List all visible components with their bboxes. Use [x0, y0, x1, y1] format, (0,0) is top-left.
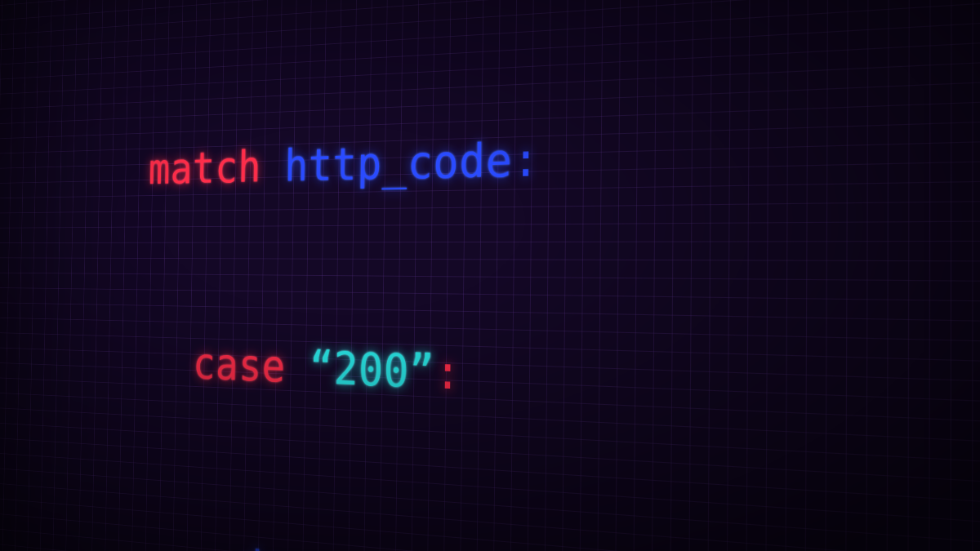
code-panel: match http_code: case “200”: do_somethin… — [0, 0, 980, 551]
perspective-scene: match http_code: case “200”: do_somethin… — [0, 0, 980, 551]
code-line-3: do_something_good() — [140, 524, 751, 551]
colon: : — [512, 132, 540, 187]
colon: : — [434, 345, 461, 400]
identifier-subject: http_code — [284, 133, 513, 191]
code-block: match http_code: case “200”: do_somethin… — [123, 0, 755, 551]
function-call: do_something_good() — [238, 540, 751, 551]
code-line-2: case “200”: — [145, 330, 753, 423]
keyword-case: case — [193, 339, 286, 393]
string-literal: “200” — [309, 342, 434, 399]
code-line-1: match http_code: — [148, 117, 754, 202]
keyword-match: match — [148, 141, 261, 193]
